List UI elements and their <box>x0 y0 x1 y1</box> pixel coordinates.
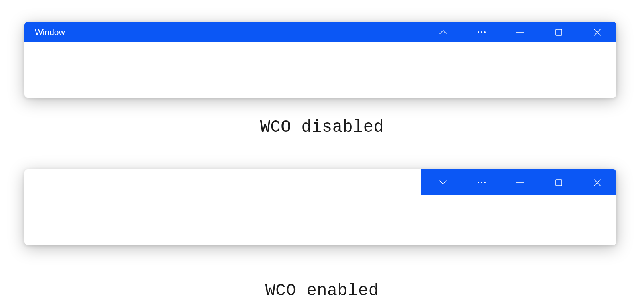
svg-point-1 <box>481 31 482 33</box>
more-button[interactable] <box>462 22 501 42</box>
window-title: Window <box>24 27 65 37</box>
more-button[interactable] <box>462 169 501 195</box>
window-controls <box>424 22 616 42</box>
caption-wco-enabled: WCO enabled <box>0 281 644 300</box>
chevron-down-button[interactable] <box>424 169 462 195</box>
more-icon <box>477 31 486 33</box>
titlebar[interactable]: Window <box>24 22 616 42</box>
minimize-button[interactable] <box>501 22 539 42</box>
chevron-down-icon <box>439 180 447 185</box>
maximize-icon <box>555 29 562 36</box>
svg-point-7 <box>484 182 486 183</box>
window-wco-enabled <box>24 169 616 245</box>
more-icon <box>477 181 486 184</box>
chevron-up-icon <box>439 30 447 35</box>
svg-rect-3 <box>516 32 524 33</box>
chevron-up-button[interactable] <box>424 22 462 42</box>
minimize-icon <box>516 32 524 33</box>
close-button[interactable] <box>578 169 616 195</box>
svg-point-2 <box>484 31 486 33</box>
window-wco-disabled: Window <box>24 22 616 98</box>
svg-point-0 <box>478 31 479 33</box>
svg-rect-9 <box>556 180 562 186</box>
svg-rect-4 <box>556 29 562 35</box>
minimize-icon <box>516 182 524 183</box>
close-button[interactable] <box>578 22 616 42</box>
close-icon <box>594 179 601 186</box>
svg-point-5 <box>478 182 479 183</box>
window-controls-overlay <box>421 169 616 195</box>
minimize-button[interactable] <box>501 169 539 195</box>
maximize-button[interactable] <box>539 22 578 42</box>
maximize-button[interactable] <box>539 169 578 195</box>
svg-point-6 <box>481 182 482 183</box>
caption-wco-disabled: WCO disabled <box>0 118 644 137</box>
svg-rect-8 <box>516 182 524 183</box>
close-icon <box>594 29 601 36</box>
maximize-icon <box>555 179 562 186</box>
